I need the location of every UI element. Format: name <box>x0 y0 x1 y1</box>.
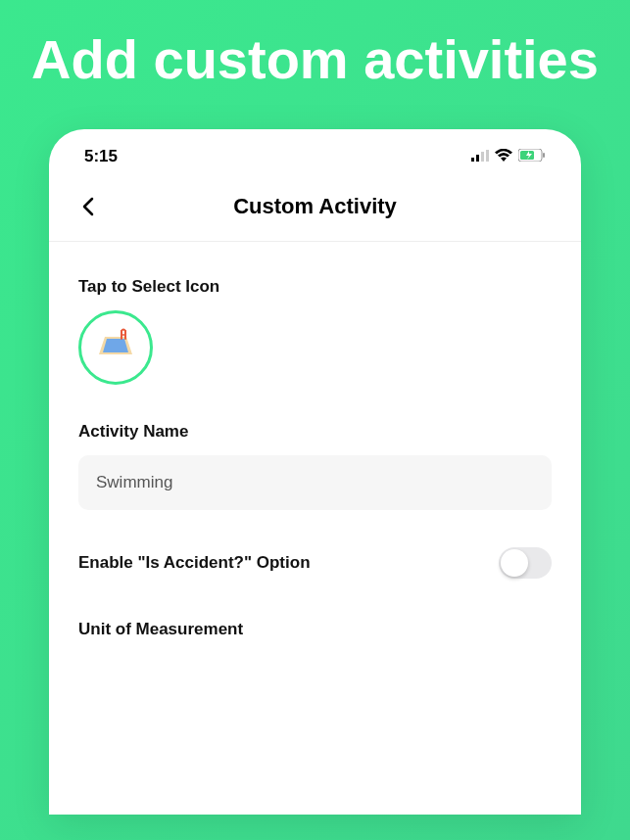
accident-toggle-row: Enable "Is Accident?" Option <box>78 547 552 579</box>
wifi-icon <box>495 147 512 166</box>
phone-frame: 5:15 Custom Activity Tap to Select Icon <box>49 129 581 815</box>
svg-marker-8 <box>103 339 128 352</box>
unit-label: Unit of Measurement <box>78 620 552 639</box>
pool-icon <box>95 327 136 368</box>
status-bar: 5:15 <box>49 129 581 174</box>
svg-rect-2 <box>481 152 484 162</box>
svg-rect-5 <box>543 153 545 158</box>
status-time: 5:15 <box>84 147 118 166</box>
chevron-left-icon <box>82 197 94 216</box>
status-icons <box>471 147 546 166</box>
activity-name-input[interactable] <box>78 455 552 510</box>
hero-title: Add custom activities <box>0 0 630 129</box>
svg-rect-3 <box>486 150 489 162</box>
activity-name-label: Activity Name <box>78 422 552 442</box>
icon-picker-button[interactable] <box>78 310 153 385</box>
icon-picker-label: Tap to Select Icon <box>78 277 552 297</box>
battery-icon <box>518 147 546 166</box>
back-button[interactable] <box>74 193 102 220</box>
accident-toggle-label: Enable "Is Accident?" Option <box>78 553 311 573</box>
page-title: Custom Activity <box>74 194 556 219</box>
nav-bar: Custom Activity <box>49 174 581 242</box>
toggle-knob <box>501 549 528 577</box>
accident-toggle[interactable] <box>499 547 552 579</box>
signal-icon <box>471 147 489 166</box>
svg-rect-1 <box>476 155 479 162</box>
svg-rect-0 <box>471 158 474 162</box>
form-content: Tap to Select Icon Activity Name Enable … <box>49 242 581 639</box>
